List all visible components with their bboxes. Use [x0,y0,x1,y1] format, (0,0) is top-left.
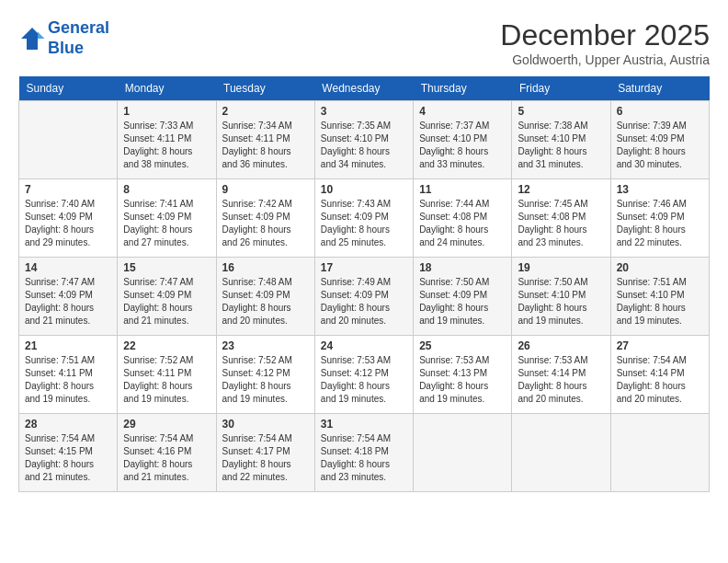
day-info: Sunrise: 7:44 AMSunset: 4:08 PMDaylight:… [419,198,506,249]
week-row-5: 28Sunrise: 7:54 AMSunset: 4:15 PMDayligh… [19,414,710,492]
day-cell: 23Sunrise: 7:52 AMSunset: 4:12 PMDayligh… [216,336,314,414]
day-cell: 16Sunrise: 7:48 AMSunset: 4:09 PMDayligh… [216,258,314,336]
page-header: General Blue December 2025 Goldwoerth, U… [18,18,710,67]
day-info: Sunrise: 7:53 AMSunset: 4:14 PMDaylight:… [518,354,604,406]
header-tuesday: Tuesday [216,76,314,101]
day-info: Sunrise: 7:51 AMSunset: 4:11 PMDaylight:… [25,354,111,406]
day-cell: 10Sunrise: 7:43 AMSunset: 4:09 PMDayligh… [314,179,413,258]
day-number: 7 [25,183,111,196]
day-number: 17 [321,261,407,274]
day-info: Sunrise: 7:53 AMSunset: 4:13 PMDaylight:… [419,354,506,406]
day-number: 19 [518,261,604,274]
day-number: 12 [518,183,604,196]
location-title: Goldwoerth, Upper Austria, Austria [500,52,710,67]
day-info: Sunrise: 7:42 AMSunset: 4:09 PMDaylight:… [222,198,309,249]
day-number: 27 [617,339,703,352]
day-cell [512,414,610,492]
day-cell: 31Sunrise: 7:54 AMSunset: 4:18 PMDayligh… [314,414,413,492]
day-info: Sunrise: 7:52 AMSunset: 4:12 PMDaylight:… [222,354,309,406]
day-number: 30 [222,418,309,431]
calendar-table: SundayMondayTuesdayWednesdayThursdayFrid… [18,76,710,492]
day-info: Sunrise: 7:54 AMSunset: 4:15 PMDaylight:… [25,432,111,484]
month-title: December 2025 [500,18,710,52]
day-info: Sunrise: 7:47 AMSunset: 4:09 PMDaylight:… [123,276,210,327]
day-cell: 28Sunrise: 7:54 AMSunset: 4:15 PMDayligh… [19,414,118,492]
day-number: 5 [518,105,604,118]
day-info: Sunrise: 7:54 AMSunset: 4:16 PMDaylight:… [123,432,210,484]
logo-line2: Blue [48,39,109,59]
day-cell: 13Sunrise: 7:46 AMSunset: 4:09 PMDayligh… [610,179,709,258]
day-info: Sunrise: 7:50 AMSunset: 4:09 PMDaylight:… [419,276,506,327]
logo: General Blue [18,18,109,58]
day-number: 15 [123,261,210,274]
day-number: 11 [419,183,506,196]
header-sunday: Sunday [19,76,118,101]
day-cell: 7Sunrise: 7:40 AMSunset: 4:09 PMDaylight… [19,179,118,258]
day-number: 6 [617,105,703,118]
day-info: Sunrise: 7:43 AMSunset: 4:09 PMDaylight:… [321,198,407,249]
logo-line1: General [48,18,109,37]
day-number: 13 [617,183,703,196]
day-number: 25 [419,339,506,352]
day-cell: 1Sunrise: 7:33 AMSunset: 4:11 PMDaylight… [118,101,216,179]
day-number: 21 [25,339,111,352]
day-cell: 11Sunrise: 7:44 AMSunset: 4:08 PMDayligh… [414,179,512,258]
day-number: 9 [222,183,309,196]
day-number: 2 [222,105,309,118]
day-info: Sunrise: 7:46 AMSunset: 4:09 PMDaylight:… [617,198,703,249]
day-number: 23 [222,339,309,352]
title-block: December 2025 Goldwoerth, Upper Austria,… [500,18,710,67]
day-number: 8 [123,183,210,196]
day-cell: 25Sunrise: 7:53 AMSunset: 4:13 PMDayligh… [414,336,512,414]
day-info: Sunrise: 7:48 AMSunset: 4:09 PMDaylight:… [222,276,309,327]
day-info: Sunrise: 7:50 AMSunset: 4:10 PMDaylight:… [518,276,604,327]
day-info: Sunrise: 7:54 AMSunset: 4:14 PMDaylight:… [617,354,703,406]
day-info: Sunrise: 7:47 AMSunset: 4:09 PMDaylight:… [25,276,111,327]
day-info: Sunrise: 7:33 AMSunset: 4:11 PMDaylight:… [123,120,210,171]
day-number: 10 [321,183,407,196]
day-info: Sunrise: 7:35 AMSunset: 4:10 PMDaylight:… [321,120,407,171]
day-cell: 14Sunrise: 7:47 AMSunset: 4:09 PMDayligh… [19,258,118,336]
day-number: 18 [419,261,506,274]
day-info: Sunrise: 7:38 AMSunset: 4:10 PMDaylight:… [518,120,604,171]
day-cell [19,101,118,179]
day-cell: 19Sunrise: 7:50 AMSunset: 4:10 PMDayligh… [512,258,610,336]
day-info: Sunrise: 7:49 AMSunset: 4:09 PMDaylight:… [321,276,407,327]
day-info: Sunrise: 7:51 AMSunset: 4:10 PMDaylight:… [617,276,703,327]
week-row-2: 7Sunrise: 7:40 AMSunset: 4:09 PMDaylight… [19,179,710,258]
day-cell: 15Sunrise: 7:47 AMSunset: 4:09 PMDayligh… [118,258,216,336]
calendar-header-row: SundayMondayTuesdayWednesdayThursdayFrid… [19,76,710,101]
day-cell: 21Sunrise: 7:51 AMSunset: 4:11 PMDayligh… [19,336,118,414]
day-number: 28 [25,418,111,431]
week-row-3: 14Sunrise: 7:47 AMSunset: 4:09 PMDayligh… [19,258,710,336]
day-info: Sunrise: 7:45 AMSunset: 4:08 PMDaylight:… [518,198,604,249]
day-cell: 8Sunrise: 7:41 AMSunset: 4:09 PMDaylight… [118,179,216,258]
day-cell: 30Sunrise: 7:54 AMSunset: 4:17 PMDayligh… [216,414,314,492]
day-info: Sunrise: 7:53 AMSunset: 4:12 PMDaylight:… [321,354,407,406]
day-info: Sunrise: 7:41 AMSunset: 4:09 PMDaylight:… [123,198,210,249]
day-info: Sunrise: 7:54 AMSunset: 4:18 PMDaylight:… [321,432,407,484]
header-monday: Monday [118,76,216,101]
day-cell: 22Sunrise: 7:52 AMSunset: 4:11 PMDayligh… [118,336,216,414]
day-info: Sunrise: 7:40 AMSunset: 4:09 PMDaylight:… [25,198,111,249]
day-cell: 24Sunrise: 7:53 AMSunset: 4:12 PMDayligh… [314,336,413,414]
day-cell: 17Sunrise: 7:49 AMSunset: 4:09 PMDayligh… [314,258,413,336]
day-cell: 9Sunrise: 7:42 AMSunset: 4:09 PMDaylight… [216,179,314,258]
day-info: Sunrise: 7:54 AMSunset: 4:17 PMDaylight:… [222,432,309,484]
day-number: 14 [25,261,111,274]
day-cell: 29Sunrise: 7:54 AMSunset: 4:16 PMDayligh… [118,414,216,492]
day-cell: 4Sunrise: 7:37 AMSunset: 4:10 PMDaylight… [414,101,512,179]
week-row-4: 21Sunrise: 7:51 AMSunset: 4:11 PMDayligh… [19,336,710,414]
day-info: Sunrise: 7:52 AMSunset: 4:11 PMDaylight:… [123,354,210,406]
day-cell: 20Sunrise: 7:51 AMSunset: 4:10 PMDayligh… [610,258,709,336]
svg-marker-1 [38,31,45,39]
day-cell [414,414,512,492]
day-number: 22 [123,339,210,352]
day-number: 20 [617,261,703,274]
header-saturday: Saturday [610,76,709,101]
day-cell: 2Sunrise: 7:34 AMSunset: 4:11 PMDaylight… [216,101,314,179]
day-number: 4 [419,105,506,118]
day-cell: 26Sunrise: 7:53 AMSunset: 4:14 PMDayligh… [512,336,610,414]
day-number: 24 [321,339,407,352]
day-info: Sunrise: 7:34 AMSunset: 4:11 PMDaylight:… [222,120,309,171]
